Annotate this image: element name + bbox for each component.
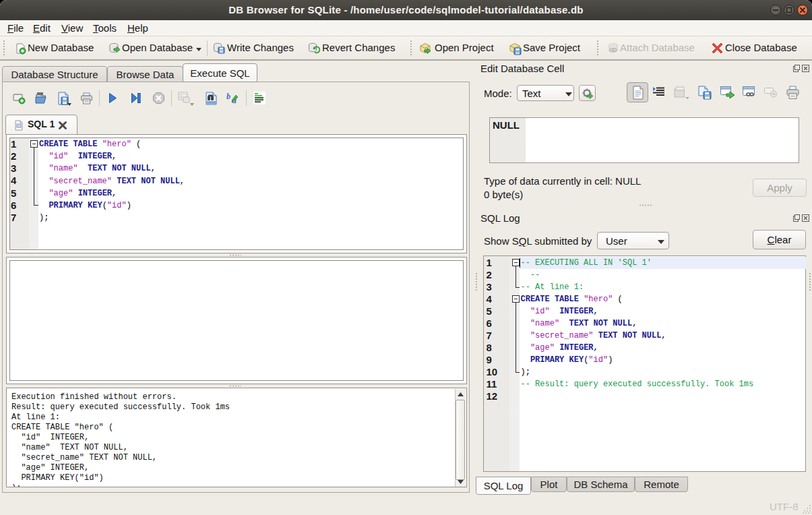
svg-text:b: b <box>226 92 230 101</box>
